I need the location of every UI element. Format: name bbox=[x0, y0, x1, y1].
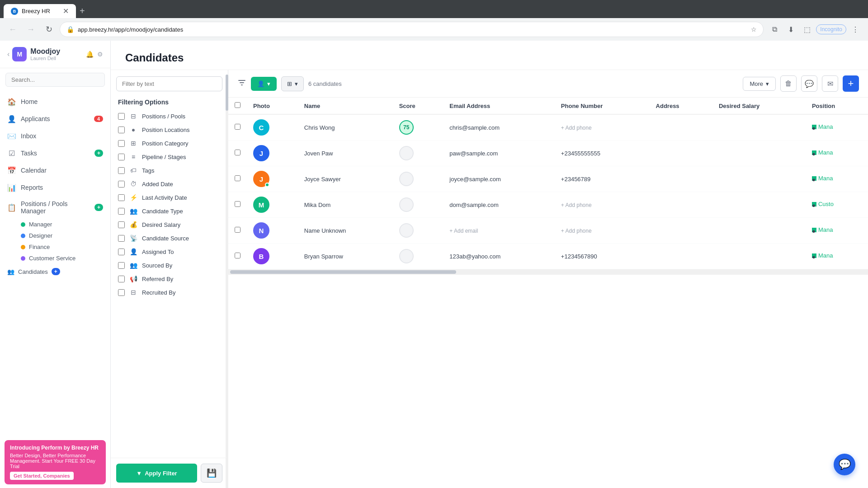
phone-cell[interactable]: +1234567890 bbox=[555, 244, 650, 269]
sidebar-item-home[interactable]: 🏠 Home bbox=[0, 93, 110, 110]
sidebar-sub-customer-service[interactable]: Customer Service bbox=[21, 253, 110, 264]
filter-cb-desired-salary[interactable] bbox=[118, 221, 125, 228]
sidebar-item-tasks[interactable]: ☑ Tasks + bbox=[0, 145, 110, 162]
email-btn[interactable]: ✉ bbox=[822, 75, 838, 92]
header-position[interactable]: Position bbox=[806, 98, 868, 114]
save-filter-btn[interactable]: 💾 bbox=[201, 464, 222, 483]
tab-close-btn[interactable]: ✕ bbox=[63, 7, 69, 15]
add-phone-link[interactable]: + Add phone bbox=[561, 228, 592, 234]
sidebar-item-applicants[interactable]: 👤 Applicants 4 bbox=[0, 110, 110, 127]
filter-cb-location[interactable] bbox=[118, 127, 125, 133]
message-btn[interactable]: 💬 bbox=[801, 75, 817, 92]
chat-support-btn[interactable]: 💬 bbox=[834, 454, 855, 475]
toolbar-filter-icon-btn[interactable] bbox=[237, 78, 246, 89]
download-btn[interactable]: ⬇ bbox=[783, 22, 798, 37]
row-checkbox[interactable] bbox=[235, 201, 241, 207]
add-phone-link[interactable]: + Add phone bbox=[561, 125, 592, 131]
add-email-link[interactable]: + Add email bbox=[449, 228, 478, 234]
add-candidate-btn[interactable]: + bbox=[843, 75, 859, 92]
sidebar-item-reports[interactable]: 📊 Reports bbox=[0, 179, 110, 196]
horizontal-scrollbar[interactable] bbox=[228, 269, 868, 275]
header-address[interactable]: Address bbox=[650, 98, 712, 114]
sidebar-item-positions[interactable]: 📋 Positions / Pools Manager + bbox=[0, 196, 110, 219]
forward-btn[interactable]: → bbox=[24, 22, 38, 37]
apply-filter-btn[interactable]: ▼ Apply Filter bbox=[116, 464, 197, 483]
filter-cb-candidate-source[interactable] bbox=[118, 235, 125, 242]
sidebar-item-inbox[interactable]: ✉️ Inbox bbox=[0, 127, 110, 145]
header-score[interactable]: Score bbox=[393, 98, 443, 114]
row-checkbox[interactable] bbox=[235, 227, 241, 233]
filter-option-assigned-to[interactable]: 👤 Assigned To bbox=[116, 245, 222, 258]
header-salary[interactable]: Desired Salary bbox=[712, 98, 806, 114]
name-cell[interactable]: Joven Paw bbox=[298, 141, 393, 166]
header-email[interactable]: Email Address bbox=[443, 98, 555, 114]
filter-option-candidate-source[interactable]: 📡 Candidate Source bbox=[116, 231, 222, 245]
filter-option-last-activity[interactable]: ⚡ Last Activity Date bbox=[116, 191, 222, 204]
header-name[interactable]: Name bbox=[298, 98, 393, 114]
filter-text-input[interactable] bbox=[116, 76, 222, 91]
filter-option-referred-by[interactable]: 📢 Referred By bbox=[116, 272, 222, 286]
notification-icon[interactable]: 🔔 bbox=[86, 51, 94, 58]
filter-cb-recruited-by[interactable] bbox=[118, 289, 125, 296]
filter-cb-positions[interactable] bbox=[118, 113, 125, 120]
filter-cb-sourced-by[interactable] bbox=[118, 262, 125, 269]
filter-cb-last-activity[interactable] bbox=[118, 194, 125, 201]
filter-option-candidate-type[interactable]: 👥 Candidate Type bbox=[116, 204, 222, 218]
filter-option-desired-salary[interactable]: 💰 Desired Salary bbox=[116, 218, 222, 231]
name-cell[interactable]: Mika Dom bbox=[298, 192, 393, 218]
promo-cta-btn[interactable]: Get Started, Companies bbox=[10, 472, 74, 480]
filter-option-category[interactable]: ⊞ Position Category bbox=[116, 136, 222, 150]
filter-option-added-date[interactable]: ⏱ Added Date bbox=[116, 177, 222, 191]
email-cell[interactable]: joyce@sample.com bbox=[443, 166, 555, 192]
sidebar-collapse-btn[interactable]: ‹ bbox=[7, 50, 9, 58]
refresh-btn[interactable]: ↻ bbox=[42, 22, 56, 37]
filter-cb-assigned-to[interactable] bbox=[118, 249, 125, 255]
filter-option-pipeline[interactable]: ≡ Pipeline / Stages bbox=[116, 150, 222, 164]
name-cell[interactable]: Chris Wong bbox=[298, 114, 393, 141]
filter-option-sourced-by[interactable]: 👥 Sourced By bbox=[116, 258, 222, 272]
select-all-checkbox[interactable] bbox=[235, 102, 241, 108]
filter-cb-tags[interactable] bbox=[118, 167, 125, 174]
phone-cell[interactable]: + Add phone bbox=[555, 218, 650, 244]
header-phone[interactable]: Phone Number bbox=[555, 98, 650, 114]
filter-cb-added-date[interactable] bbox=[118, 181, 125, 188]
phone-cell[interactable]: + Add phone bbox=[555, 192, 650, 218]
name-cell[interactable]: Bryan Sparrow bbox=[298, 244, 393, 269]
row-checkbox[interactable] bbox=[235, 124, 241, 130]
phone-cell[interactable]: + Add phone bbox=[555, 114, 650, 141]
sidebar-item-calendar[interactable]: 📅 Calendar bbox=[0, 162, 110, 179]
sidebar-sub-finance[interactable]: Finance bbox=[21, 241, 110, 253]
sidebar-sub-manager[interactable]: Manager bbox=[21, 219, 110, 230]
device-btn[interactable]: ⬚ bbox=[800, 22, 814, 37]
filter-cb-category[interactable] bbox=[118, 140, 125, 147]
filter-option-tags[interactable]: 🏷 Tags bbox=[116, 164, 222, 177]
star-icon[interactable]: ☆ bbox=[751, 26, 757, 33]
new-tab-btn[interactable]: + bbox=[76, 4, 89, 18]
email-cell[interactable]: dom@sample.com bbox=[443, 192, 555, 218]
settings-icon[interactable]: ⚙ bbox=[97, 51, 103, 58]
filter-option-recruited-by[interactable]: ⊟ Recruited By bbox=[116, 286, 222, 299]
filter-option-positions[interactable]: ⊟ Positions / Pools bbox=[116, 109, 222, 123]
row-checkbox[interactable] bbox=[235, 175, 241, 181]
email-cell[interactable]: chris@sample.com bbox=[443, 114, 555, 141]
filter-cb-pipeline[interactable] bbox=[118, 154, 125, 160]
email-cell[interactable]: + Add email bbox=[443, 218, 555, 244]
phone-cell[interactable]: +23456789 bbox=[555, 166, 650, 192]
sidebar-item-candidates[interactable]: 👥 Candidates + bbox=[0, 264, 110, 279]
delete-btn[interactable]: 🗑 bbox=[780, 75, 797, 92]
filter-scrollbar[interactable] bbox=[226, 70, 228, 488]
active-tab[interactable]: B Breezy HR ✕ bbox=[4, 4, 76, 18]
phone-cell[interactable]: +23455555555 bbox=[555, 141, 650, 166]
menu-btn[interactable]: ⋮ bbox=[848, 22, 863, 37]
back-btn[interactable]: ← bbox=[5, 22, 20, 37]
email-cell[interactable]: 123ab@yahoo.com bbox=[443, 244, 555, 269]
row-checkbox[interactable] bbox=[235, 253, 241, 258]
sidebar-search-input[interactable] bbox=[5, 73, 105, 87]
sidebar-sub-designer[interactable]: Designer bbox=[21, 230, 110, 241]
row-checkbox[interactable] bbox=[235, 150, 241, 155]
table-view-btn[interactable]: ⊞ ▾ bbox=[281, 76, 304, 91]
person-view-btn[interactable]: 👤 ▾ bbox=[251, 77, 277, 91]
address-bar[interactable]: 🔒 app.breezy.hr/app/c/moodjoy/candidates… bbox=[60, 22, 764, 37]
filter-cb-candidate-type[interactable] bbox=[118, 208, 125, 215]
filter-option-location[interactable]: ● Position Locations bbox=[116, 123, 222, 136]
